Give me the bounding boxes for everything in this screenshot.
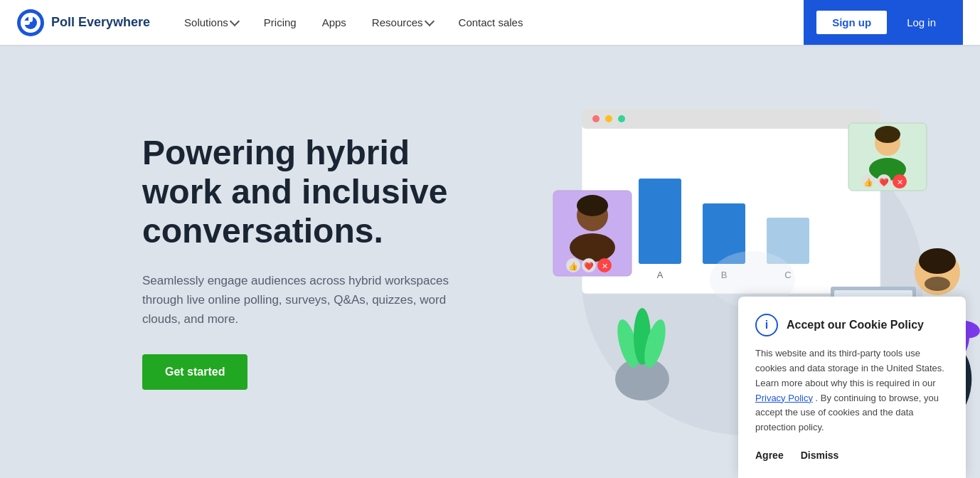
svg-text:✕: ✕ (897, 178, 903, 186)
svg-point-47 (919, 248, 956, 274)
signup-button[interactable]: Sign up (815, 9, 888, 36)
nav-auth-area: Sign up Log in (804, 0, 963, 45)
svg-point-10 (618, 115, 625, 122)
svg-text:👍: 👍 (568, 261, 578, 271)
cookie-title: Accept our Cookie Policy (787, 319, 924, 331)
svg-rect-7 (582, 109, 880, 129)
navbar: Poll Everywhere Solutions Pricing Apps R… (0, 0, 980, 45)
privacy-policy-link[interactable]: Privacy Policy (755, 393, 813, 403)
nav-resources[interactable]: Resources (361, 11, 444, 34)
resources-chevron-icon (424, 16, 434, 26)
cookie-agree-button[interactable]: Agree (755, 450, 784, 461)
nav-apps[interactable]: Apps (311, 11, 358, 34)
svg-point-24 (875, 126, 900, 143)
nav-links: Solutions Pricing Apps Resources Contact… (173, 11, 804, 34)
cookie-dismiss-button[interactable]: Dismiss (801, 450, 839, 461)
svg-point-20 (577, 195, 608, 216)
get-started-button[interactable]: Get started (142, 354, 247, 390)
svg-text:✕: ✕ (602, 262, 608, 270)
cookie-header: i Accept our Cookie Policy (755, 314, 949, 336)
svg-rect-4 (23, 21, 30, 25)
cookie-banner: i Accept our Cookie Policy This website … (738, 297, 966, 478)
brand-name: Poll Everywhere (51, 15, 150, 30)
cookie-actions: Agree Dismiss (755, 450, 949, 461)
hero-subtitle: Seamlessly engage audiences across hybri… (142, 271, 455, 329)
svg-rect-3 (28, 15, 33, 22)
cookie-info-icon: i (755, 314, 778, 336)
logo-icon (17, 9, 44, 36)
svg-text:❤️: ❤️ (879, 177, 889, 187)
hero-title: Powering hybrid work and inclusive conve… (142, 133, 498, 251)
svg-point-8 (592, 115, 600, 122)
login-button[interactable]: Log in (891, 11, 952, 34)
nav-solutions[interactable]: Solutions (173, 11, 250, 34)
svg-rect-11 (639, 179, 681, 264)
svg-point-48 (925, 277, 950, 291)
svg-point-9 (605, 115, 612, 122)
nav-contact[interactable]: Contact sales (447, 11, 535, 34)
hero-content: Powering hybrid work and inclusive conve… (0, 90, 498, 432)
cookie-body: This website and its third-party tools u… (755, 346, 949, 435)
svg-text:A: A (657, 270, 664, 280)
svg-point-19 (570, 233, 615, 262)
svg-text:👍: 👍 (863, 177, 873, 187)
solutions-chevron-icon (230, 16, 240, 26)
nav-pricing[interactable]: Pricing (252, 11, 308, 34)
svg-text:❤️: ❤️ (584, 261, 594, 271)
logo-link[interactable]: Poll Everywhere (17, 9, 150, 36)
